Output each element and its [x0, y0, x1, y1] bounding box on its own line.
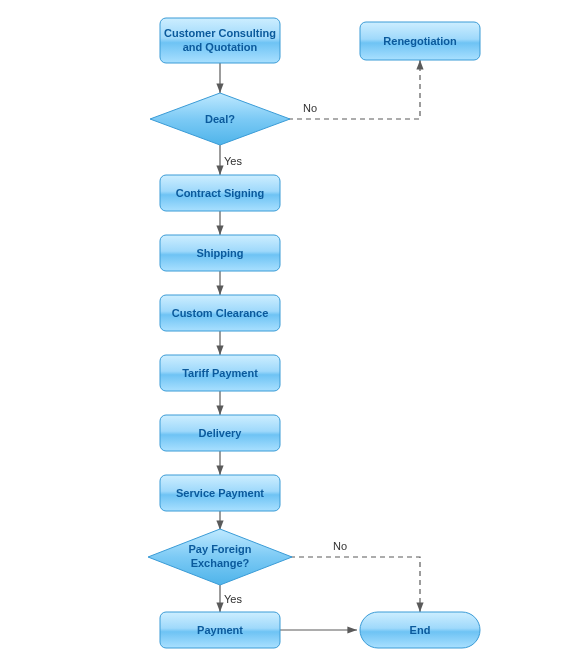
- label-deal-no: No: [303, 102, 317, 114]
- node-customer-consulting: Customer Consulting and Quotation: [160, 18, 280, 63]
- node-delivery: Delivery: [160, 415, 280, 451]
- text-payfx-l2: Exchange?: [191, 557, 250, 569]
- node-renegotiation: Renegotiation: [360, 22, 480, 60]
- flowchart-canvas: Yes No Yes No Customer Consulting and Qu…: [0, 0, 580, 660]
- edge-payfx-no: [290, 557, 420, 612]
- text-delivery: Delivery: [199, 427, 243, 439]
- node-payfx-decision: Pay Foreign Exchange?: [148, 529, 292, 585]
- node-end: End: [360, 612, 480, 648]
- node-payment: Payment: [160, 612, 280, 648]
- node-contract-signing: Contract Signing: [160, 175, 280, 211]
- label-payfx-yes: Yes: [224, 593, 242, 605]
- text-contract: Contract Signing: [176, 187, 265, 199]
- node-deal-decision: Deal?: [150, 93, 290, 145]
- text-payfx-l1: Pay Foreign: [189, 543, 252, 555]
- text-customer-consulting-l2: and Quotation: [183, 41, 258, 53]
- node-tariff-payment: Tariff Payment: [160, 355, 280, 391]
- text-customer-consulting-l1: Customer Consulting: [164, 27, 276, 39]
- text-tariff: Tariff Payment: [182, 367, 258, 379]
- text-service: Service Payment: [176, 487, 264, 499]
- label-deal-yes: Yes: [224, 155, 242, 167]
- text-payment: Payment: [197, 624, 243, 636]
- node-custom-clearance: Custom Clearance: [160, 295, 280, 331]
- text-clearance: Custom Clearance: [172, 307, 269, 319]
- text-renegotiation: Renegotiation: [383, 35, 457, 47]
- text-end: End: [410, 624, 431, 636]
- node-service-payment: Service Payment: [160, 475, 280, 511]
- text-deal: Deal?: [205, 113, 235, 125]
- node-shipping: Shipping: [160, 235, 280, 271]
- text-shipping: Shipping: [196, 247, 243, 259]
- label-payfx-no: No: [333, 540, 347, 552]
